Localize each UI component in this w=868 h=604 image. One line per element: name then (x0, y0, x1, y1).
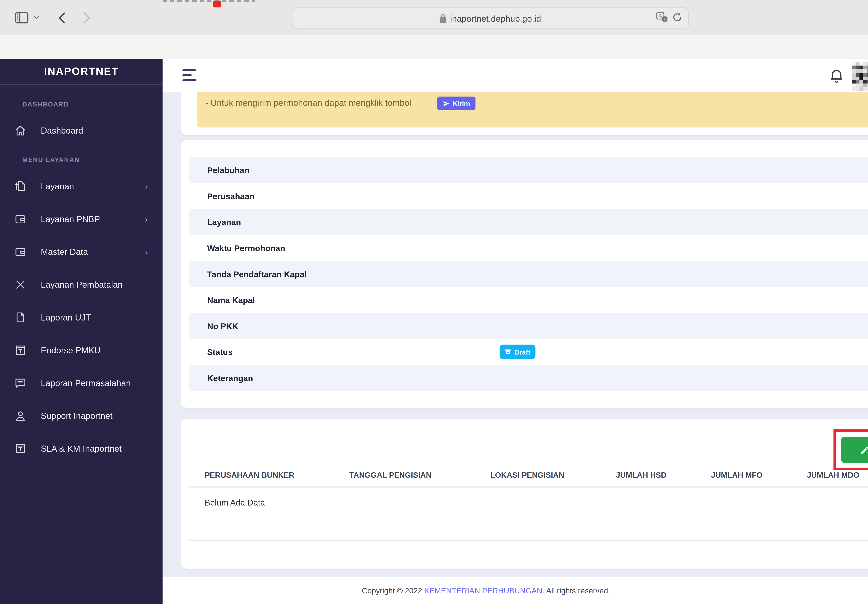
detail-card: PelabuhanPerusahaanLayananWaktu Permohon… (181, 140, 868, 408)
box-icon (15, 345, 26, 356)
archive-box-icon (504, 348, 511, 355)
reload-icon[interactable] (673, 12, 682, 24)
sidebar-item-dashboard[interactable]: Dashboard (6, 118, 157, 143)
sidebar-item-label: Layanan (41, 182, 74, 191)
sidebar-item-endorse-pmku[interactable]: Endorse PMKU (6, 338, 157, 363)
redacted-username-mosaic (852, 62, 868, 91)
box-icon (15, 443, 26, 454)
detail-row-status: StatusDraft (189, 339, 868, 365)
kirim-button[interactable]: Kirim (437, 96, 476, 110)
detail-row-tanda-pendaftaran-kapal: Tanda Pendaftaran Kapal (189, 261, 868, 287)
close-icon (15, 279, 26, 290)
recording-indicator-fragment (213, 1, 221, 8)
home-icon (15, 125, 26, 136)
info-alert: - Untuk mengirim permohonan dapat mengkl… (197, 92, 868, 127)
sidebar-item-label: Master Data (41, 247, 88, 257)
detail-label: Pelabuhan (207, 166, 249, 175)
sidebar: INAPORTNET DASHBOARDDashboardMENU LAYANA… (0, 59, 163, 604)
detail-row-waktu-permohonan: Waktu Permohonan (189, 235, 868, 261)
sidebar-item-sla-km-inaportnet[interactable]: SLA & KM Inaportnet (6, 436, 157, 461)
sidebar-item-laporan-permasalahan[interactable]: Laporan Permasalahan (6, 371, 157, 395)
column-header-perusahaan-bunker: PERUSAHAAN BUNKER (205, 471, 310, 482)
notice-card: - Untuk mengirim permohonan dapat mengkl… (181, 92, 868, 135)
forward-button[interactable] (81, 11, 93, 25)
user-icon (15, 410, 26, 421)
sidebar-item-label: Endorse PMKU (41, 345, 101, 355)
paper-plane-icon (443, 100, 450, 107)
bell-icon (830, 68, 843, 83)
column-header-jumlah-mdo: JUMLAH MDO (807, 471, 868, 482)
chevron-right-icon: › (145, 182, 148, 191)
sidebar-item-laporan-ujt[interactable]: Laporan UJT (6, 305, 157, 330)
url-text: inaportnet.dephub.go.id (450, 13, 541, 23)
column-header-jumlah-mfo: JUMLAH MFO (711, 471, 782, 482)
sidebar-toggle-chevron[interactable] (33, 14, 40, 21)
sidebar-toggle-button[interactable] (14, 9, 30, 25)
column-header-jumlah-hsd: JUMLAH HSD (616, 471, 687, 482)
detail-label: Keterangan (207, 373, 253, 382)
pencil-icon (860, 445, 868, 455)
table-divider (189, 540, 868, 540)
detail-label: Waktu Permohonan (207, 244, 285, 253)
sidebar-item-layanan[interactable]: Layanan› (6, 174, 157, 199)
address-bar[interactable]: inaportnet.dephub.go.id A x (292, 8, 689, 29)
sidebar-item-layanan-pnbp[interactable]: Layanan PNBP› (6, 207, 157, 231)
clipped-window-title-fragment (163, 0, 255, 2)
sidebar-item-label: SLA & KM Inaportnet (41, 444, 122, 453)
chevron-right-icon: › (145, 214, 148, 224)
column-header-lokasi-pengisian: LOKASI PENGISIAN (490, 471, 583, 482)
app-logo: INAPORTNET (0, 59, 163, 84)
chevron-right-icon: › (145, 247, 148, 256)
status-badge-label: Draft (515, 348, 530, 356)
detail-label: Nama Kapal (207, 295, 255, 305)
svg-text:x: x (664, 17, 666, 21)
sidebar-item-layanan-pembatalan[interactable]: Layanan Pembatalan (6, 272, 157, 297)
back-button[interactable] (56, 11, 68, 25)
table-divider (189, 486, 868, 487)
empty-table-text: Belum Ada Data (205, 498, 265, 507)
svg-text:A: A (659, 13, 662, 19)
kirim-button-label: Kirim (453, 99, 470, 107)
bunker-button[interactable]: BUNKER (841, 437, 868, 463)
detail-row-pelabuhan: Pelabuhan (189, 157, 868, 183)
copyright-text: Copyright © 2022 KEMENTERIAN PERHUBUNGAN… (362, 586, 610, 595)
sidebar-item-label: Layanan PNBP (41, 214, 100, 224)
detail-label: Perusahaan (207, 191, 254, 200)
alert-text: - Untuk mengirim permohonan dapat mengkl… (205, 98, 411, 108)
detail-row-layanan: Layanan (189, 209, 868, 235)
kementerian-link[interactable]: KEMENTERIAN PERHUBUNGAN (424, 586, 542, 595)
sidebar-item-label: Laporan Permasalahan (41, 378, 131, 388)
detail-row-no-pkk: No PKK (189, 313, 868, 339)
browser-toolbar: inaportnet.dephub.go.id A x (0, 0, 868, 36)
wallet-icon (15, 213, 26, 225)
detail-row-keterangan: Keterangan (189, 365, 868, 391)
sidebar-item-label: Support Inaportnet (41, 411, 113, 421)
detail-label: Tanda Pendaftaran Kapal (207, 269, 307, 279)
detail-label: Status (207, 348, 232, 357)
back-chevron-icon (58, 12, 66, 24)
doc-pencil-icon (15, 181, 26, 192)
detail-row-nama-kapal: Nama Kapal (189, 287, 868, 313)
wallet-icon (15, 246, 26, 258)
sidebar-divider (0, 84, 163, 85)
sidebar-item-label: Layanan Pembatalan (41, 279, 122, 290)
sidebar-section-label: DASHBOARD (22, 100, 69, 109)
translate-icon[interactable]: A x (656, 12, 668, 25)
sidebar-item-label: Dashboard (41, 126, 83, 135)
sidebar-item-master-data[interactable]: Master Data› (6, 239, 157, 264)
lock-icon (440, 14, 446, 23)
main-content: - Untuk mengirim permohonan dapat mengkl… (163, 92, 868, 577)
file-icon (15, 312, 26, 323)
page-header (163, 59, 868, 92)
chat-icon (15, 377, 26, 388)
forward-chevron-icon (83, 12, 90, 24)
detail-label: Layanan (207, 217, 241, 227)
chevron-down-icon (33, 15, 40, 19)
browser-window: inaportnet.dephub.go.id A x (0, 0, 868, 604)
column-header-tanggal-pengisian: TANGGAL PENGISIAN (349, 471, 448, 482)
status-badge: Draft (500, 345, 535, 359)
notifications-button[interactable] (830, 68, 843, 83)
page-footer: Copyright © 2022 KEMENTERIAN PERHUBUNGAN… (163, 577, 868, 604)
menu-toggle-button[interactable] (183, 69, 196, 82)
sidebar-item-support-inaportnet[interactable]: Support Inaportnet (6, 404, 157, 428)
